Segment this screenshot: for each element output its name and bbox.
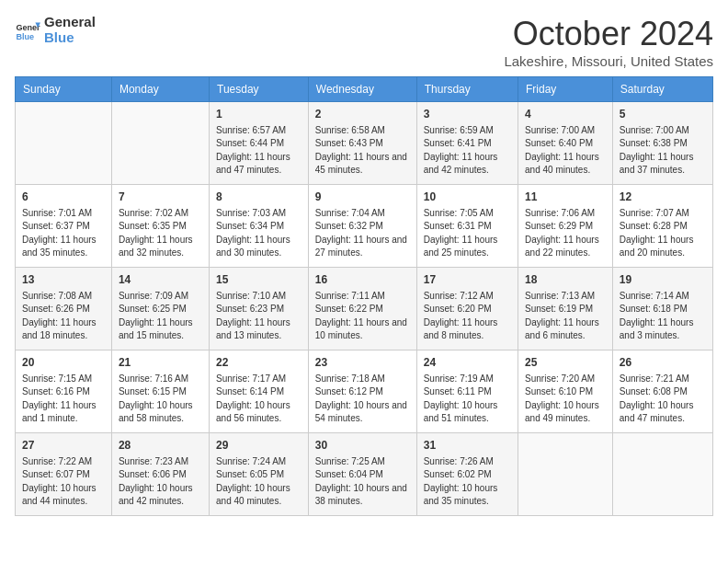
day-info: Sunrise: 7:00 AMSunset: 6:38 PMDaylight:… [620, 124, 706, 178]
day-info: Sunrise: 7:24 AMSunset: 6:05 PMDaylight:… [216, 455, 301, 509]
day-number: 2 [315, 107, 410, 122]
calendar-day-cell: 29Sunrise: 7:24 AMSunset: 6:05 PMDayligh… [210, 433, 309, 516]
day-info: Sunrise: 7:15 AMSunset: 6:16 PMDaylight:… [22, 373, 105, 426]
calendar-day-cell [16, 102, 112, 185]
day-number: 3 [424, 107, 511, 122]
day-number: 11 [525, 190, 606, 205]
calendar-day-cell: 24Sunrise: 7:19 AMSunset: 6:11 PMDayligh… [416, 350, 518, 433]
day-info: Sunrise: 7:02 AMSunset: 6:35 PMDaylight:… [119, 207, 202, 260]
day-number: 25 [525, 355, 606, 371]
day-info: Sunrise: 7:25 AMSunset: 6:04 PMDaylight:… [315, 455, 410, 509]
svg-text:Blue: Blue [16, 31, 34, 40]
day-number: 4 [525, 107, 606, 122]
calendar-day-cell: 26Sunrise: 7:21 AMSunset: 6:08 PMDayligh… [612, 350, 712, 433]
day-number: 6 [22, 190, 105, 205]
calendar-day-cell: 18Sunrise: 7:13 AMSunset: 6:19 PMDayligh… [518, 268, 613, 350]
day-info: Sunrise: 7:04 AMSunset: 6:32 PMDaylight:… [315, 207, 410, 260]
calendar-day-cell: 5Sunrise: 7:00 AMSunset: 6:38 PMDaylight… [612, 102, 712, 185]
day-info: Sunrise: 7:19 AMSunset: 6:11 PMDaylight:… [424, 373, 511, 426]
calendar-day-cell: 8Sunrise: 7:03 AMSunset: 6:34 PMDaylight… [210, 185, 309, 268]
calendar-day-cell: 16Sunrise: 7:11 AMSunset: 6:22 PMDayligh… [308, 268, 416, 350]
calendar-week-row: 27Sunrise: 7:22 AMSunset: 6:07 PMDayligh… [16, 433, 713, 516]
logo-general: General [44, 15, 96, 30]
day-info: Sunrise: 7:22 AMSunset: 6:07 PMDaylight:… [22, 455, 105, 509]
day-number: 28 [119, 438, 202, 454]
calendar-day-cell: 14Sunrise: 7:09 AMSunset: 6:25 PMDayligh… [111, 268, 209, 350]
calendar-day-cell [111, 102, 209, 185]
calendar-day-cell: 23Sunrise: 7:18 AMSunset: 6:12 PMDayligh… [308, 350, 416, 433]
calendar-day-cell: 25Sunrise: 7:20 AMSunset: 6:10 PMDayligh… [518, 350, 613, 433]
day-number: 26 [620, 355, 706, 371]
day-info: Sunrise: 7:01 AMSunset: 6:37 PMDaylight:… [22, 207, 105, 260]
day-of-week-header: Thursday [416, 77, 518, 102]
calendar-day-cell: 11Sunrise: 7:06 AMSunset: 6:29 PMDayligh… [518, 185, 613, 268]
calendar-day-cell: 13Sunrise: 7:08 AMSunset: 6:26 PMDayligh… [16, 268, 112, 350]
calendar-day-cell: 1Sunrise: 6:57 AMSunset: 6:44 PMDaylight… [210, 102, 309, 185]
day-info: Sunrise: 7:23 AMSunset: 6:06 PMDaylight:… [119, 455, 202, 509]
day-number: 13 [22, 272, 105, 288]
day-number: 17 [424, 272, 511, 288]
month-title: October 2024 [504, 15, 713, 53]
day-number: 29 [216, 438, 301, 454]
calendar-day-cell: 22Sunrise: 7:17 AMSunset: 6:14 PMDayligh… [210, 350, 309, 433]
day-info: Sunrise: 7:16 AMSunset: 6:15 PMDaylight:… [119, 373, 202, 426]
day-info: Sunrise: 7:10 AMSunset: 6:23 PMDaylight:… [216, 290, 301, 343]
logo-blue: Blue [44, 30, 96, 46]
day-info: Sunrise: 6:59 AMSunset: 6:41 PMDaylight:… [424, 124, 511, 178]
location: Lakeshire, Missouri, United States [504, 53, 713, 69]
calendar-day-cell: 6Sunrise: 7:01 AMSunset: 6:37 PMDaylight… [16, 185, 112, 268]
calendar-week-row: 20Sunrise: 7:15 AMSunset: 6:16 PMDayligh… [16, 350, 713, 433]
day-info: Sunrise: 7:08 AMSunset: 6:26 PMDaylight:… [22, 290, 105, 343]
calendar-table: SundayMondayTuesdayWednesdayThursdayFrid… [15, 76, 713, 516]
calendar-day-cell: 20Sunrise: 7:15 AMSunset: 6:16 PMDayligh… [16, 350, 112, 433]
day-info: Sunrise: 6:58 AMSunset: 6:43 PMDaylight:… [315, 124, 410, 178]
title-section: October 2024 Lakeshire, Missouri, United… [504, 15, 713, 69]
logo-icon: General Blue [15, 17, 40, 43]
day-number: 21 [119, 355, 202, 371]
day-info: Sunrise: 6:57 AMSunset: 6:44 PMDaylight:… [216, 124, 301, 178]
calendar-day-cell: 7Sunrise: 7:02 AMSunset: 6:35 PMDaylight… [111, 185, 209, 268]
day-info: Sunrise: 7:03 AMSunset: 6:34 PMDaylight:… [216, 207, 301, 260]
day-number: 9 [315, 190, 410, 205]
calendar-day-cell: 30Sunrise: 7:25 AMSunset: 6:04 PMDayligh… [308, 433, 416, 516]
calendar-day-cell: 4Sunrise: 7:00 AMSunset: 6:40 PMDaylight… [518, 102, 613, 185]
calendar-day-cell: 12Sunrise: 7:07 AMSunset: 6:28 PMDayligh… [612, 185, 712, 268]
day-number: 22 [216, 355, 301, 371]
day-info: Sunrise: 7:09 AMSunset: 6:25 PMDaylight:… [119, 290, 202, 343]
day-info: Sunrise: 7:12 AMSunset: 6:20 PMDaylight:… [424, 290, 511, 343]
day-info: Sunrise: 7:07 AMSunset: 6:28 PMDaylight:… [620, 207, 706, 260]
day-of-week-header: Tuesday [210, 77, 309, 102]
day-info: Sunrise: 7:05 AMSunset: 6:31 PMDaylight:… [424, 207, 511, 260]
day-number: 16 [315, 272, 410, 288]
calendar-week-row: 1Sunrise: 6:57 AMSunset: 6:44 PMDaylight… [16, 102, 713, 185]
calendar-day-cell [518, 433, 613, 516]
day-number: 14 [119, 272, 202, 288]
calendar-day-cell: 21Sunrise: 7:16 AMSunset: 6:15 PMDayligh… [111, 350, 209, 433]
calendar-week-row: 13Sunrise: 7:08 AMSunset: 6:26 PMDayligh… [16, 268, 713, 350]
day-info: Sunrise: 7:21 AMSunset: 6:08 PMDaylight:… [620, 373, 706, 426]
day-number: 27 [22, 438, 105, 454]
day-info: Sunrise: 7:20 AMSunset: 6:10 PMDaylight:… [525, 373, 606, 426]
day-number: 24 [424, 355, 511, 371]
day-of-week-header: Sunday [16, 77, 112, 102]
logo: General Blue General Blue [15, 15, 96, 45]
calendar-day-cell: 19Sunrise: 7:14 AMSunset: 6:18 PMDayligh… [612, 268, 712, 350]
calendar-day-cell: 9Sunrise: 7:04 AMSunset: 6:32 PMDaylight… [308, 185, 416, 268]
day-of-week-header: Monday [111, 77, 209, 102]
calendar-header-row: SundayMondayTuesdayWednesdayThursdayFrid… [16, 77, 713, 102]
day-info: Sunrise: 7:13 AMSunset: 6:19 PMDaylight:… [525, 290, 606, 343]
calendar-day-cell: 2Sunrise: 6:58 AMSunset: 6:43 PMDaylight… [308, 102, 416, 185]
day-number: 15 [216, 272, 301, 288]
day-number: 7 [119, 190, 202, 205]
page-header: General Blue General Blue October 2024 L… [15, 15, 713, 69]
calendar-day-cell: 17Sunrise: 7:12 AMSunset: 6:20 PMDayligh… [416, 268, 518, 350]
calendar-day-cell: 15Sunrise: 7:10 AMSunset: 6:23 PMDayligh… [210, 268, 309, 350]
day-info: Sunrise: 7:06 AMSunset: 6:29 PMDaylight:… [525, 207, 606, 260]
day-info: Sunrise: 7:18 AMSunset: 6:12 PMDaylight:… [315, 373, 410, 426]
day-info: Sunrise: 7:14 AMSunset: 6:18 PMDaylight:… [620, 290, 706, 343]
day-number: 23 [315, 355, 410, 371]
day-number: 5 [620, 107, 706, 122]
calendar-day-cell: 3Sunrise: 6:59 AMSunset: 6:41 PMDaylight… [416, 102, 518, 185]
day-number: 8 [216, 190, 301, 205]
calendar-day-cell [612, 433, 712, 516]
